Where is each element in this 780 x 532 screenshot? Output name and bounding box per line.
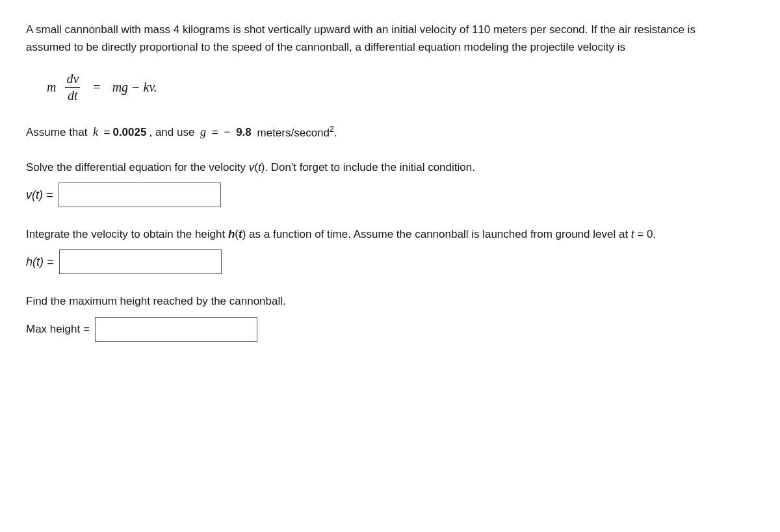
g-units: meters/second2. <box>257 123 337 143</box>
ode-fraction: dv dt <box>65 71 80 103</box>
equals2: = <box>209 123 221 143</box>
ode-equals: = <box>93 80 100 95</box>
velocity-answer-row: v(t) = <box>26 183 741 207</box>
velocity-section: Solve the differential equation for the … <box>26 158 741 207</box>
k-value: 0.0025 <box>112 123 146 143</box>
t-label: t <box>631 228 634 240</box>
dash: − <box>224 123 230 143</box>
g-value: 9.8 <box>233 123 254 143</box>
maxheight-section: Find the maximum height reached by the c… <box>26 292 741 341</box>
vt-t-label: t <box>258 161 261 173</box>
intro-paragraph: A small cannonball with mass 4 kilograms… <box>26 21 741 56</box>
height-section: Integrate the velocity to obtain the hei… <box>26 225 741 274</box>
g-label: g <box>200 121 206 142</box>
velocity-input[interactable] <box>58 183 221 207</box>
height-label: h(t) = <box>26 255 54 269</box>
ode-numerator: dv <box>65 71 80 88</box>
assume-prefix: Assume that <box>26 123 88 143</box>
g-exponent: 2 <box>330 125 334 134</box>
vt-label: v <box>249 161 255 173</box>
comma-and: , and use <box>149 123 198 143</box>
ode-rhs: mg − kv. <box>112 80 157 95</box>
ht-label: h <box>228 228 235 240</box>
height-text: Integrate the velocity to obtain the hei… <box>26 225 741 243</box>
maxheight-input[interactable] <box>95 317 257 342</box>
maxheight-label: Max height = <box>26 323 90 336</box>
k-label: k <box>90 121 101 142</box>
problem-container: A small cannonball with mass 4 kilograms… <box>26 21 741 342</box>
maxheight-text: Find the maximum height reached by the c… <box>26 292 741 310</box>
assume-line: Assume that k = 0.0025 , and use g = − 9… <box>26 121 741 143</box>
ode-m: m <box>47 80 56 95</box>
equals1: = <box>104 123 110 143</box>
ode-denominator: dt <box>66 88 79 103</box>
ode-equation: m dv dt = mg − kv. <box>47 71 741 103</box>
velocity-text: Solve the differential equation for the … <box>26 158 741 176</box>
height-input[interactable] <box>59 249 222 274</box>
velocity-label: v(t) = <box>26 188 53 202</box>
height-answer-row: h(t) = <box>26 249 741 274</box>
ht-t-label: t <box>239 228 242 240</box>
maxheight-answer-row: Max height = <box>26 317 741 342</box>
